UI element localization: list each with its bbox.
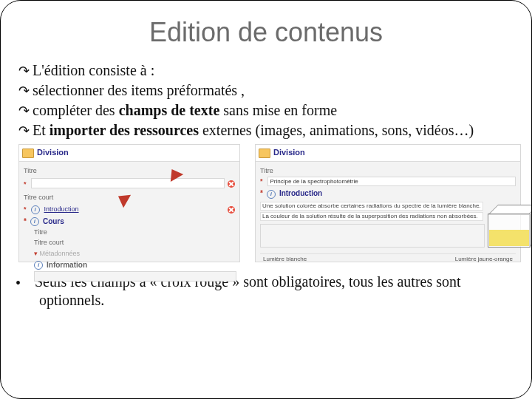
text-line-2: La couleur de la solution résulte de la … — [260, 212, 483, 221]
row-titre-r: * Principe de la spectrophotométrie — [260, 177, 516, 186]
bullet-l1-intro: ↷ L'édition consiste à : — [18, 61, 514, 80]
caption-row: Lumière blanche Lumière jaune-orange — [260, 253, 516, 265]
required-star-icon: * — [24, 180, 27, 188]
field-titre-r[interactable]: Principe de la spectrophotométrie — [267, 177, 516, 186]
section-cours: * i Cours — [24, 217, 235, 227]
swirl-bullet-icon: ↷ — [18, 63, 30, 80]
red-cross-icon — [228, 180, 235, 188]
figure-row: e u pas Division Titre * Titre court — [18, 144, 514, 262]
panel-header-left-label: Division — [37, 148, 69, 158]
text-frag: sans mise en forme — [219, 102, 337, 118]
sub-titrecourt: Titre court — [34, 239, 235, 247]
info-icon: i — [31, 205, 40, 214]
bullet-l2-c: ↷ Et importer des ressources externes (i… — [18, 121, 514, 140]
text-frag: externes (images, animations, sons, vidé… — [199, 122, 474, 138]
text-line-1: Une solution colorée absorbe certaines r… — [260, 202, 483, 211]
required-star-icon: * — [24, 205, 27, 214]
text-frag: compléter des — [33, 102, 119, 118]
slide-title: Edition de contenus — [18, 17, 514, 48]
info-icon: i — [34, 261, 43, 270]
figure-left-panel: Division Titre * Titre court * i Introdu… — [18, 144, 240, 262]
slide-body: ↷ L'édition consiste à : ↷ sélectionner … — [18, 61, 514, 310]
field-titre[interactable] — [31, 178, 225, 188]
section-info: i Information — [34, 261, 235, 270]
cube-icon — [488, 205, 532, 249]
sub-titre: Titre — [34, 228, 235, 236]
panel-header-left: Division — [19, 145, 239, 162]
caption-left: Lumière blanche — [263, 256, 307, 263]
required-star-icon: * — [24, 217, 27, 227]
cours-sub: Titre Titre court ▾ Métadonnées i Inform… — [34, 228, 235, 282]
field-empty[interactable] — [260, 224, 485, 248]
link-introduction[interactable]: Introduction — [44, 205, 79, 214]
section-intro-r-label: Introduction — [279, 189, 322, 199]
caption-right: Lumière jaune-orange — [455, 256, 513, 263]
slide-frame: Edition de contenus ↷ L'édition consiste… — [0, 0, 532, 399]
sub-meta: ▾ Métadonnées — [34, 250, 235, 258]
swirl-bullet-icon: ↷ — [18, 123, 30, 140]
section-cours-label: Cours — [43, 217, 64, 227]
swirl-bullet-icon: ↷ — [18, 83, 30, 100]
section-intro-r: * i Introduction — [260, 189, 516, 199]
swirl-bullet-icon: ↷ — [18, 103, 30, 120]
folder-icon — [22, 149, 34, 158]
panel-body-right: Titre * Principe de la spectrophotométri… — [256, 162, 520, 267]
red-cross-icon — [228, 206, 235, 214]
info-icon: i — [267, 190, 276, 199]
section-info-label: Information — [47, 261, 87, 270]
right-text-block: Une solution colorée absorbe certaines r… — [260, 200, 483, 250]
panel-body-left: Titre * Titre court * i Introduction — [19, 162, 239, 287]
required-star-icon: * — [260, 177, 263, 185]
label-titre: Titre — [24, 167, 235, 175]
required-star-icon: * — [260, 189, 263, 199]
panel-header-right: Division — [256, 145, 520, 162]
field-info[interactable] — [34, 271, 236, 282]
bullet-l2-b: ↷ compléter des champs de texte sans mis… — [18, 101, 514, 120]
row-intro-link: * i Introduction — [24, 205, 235, 214]
row-titre: * — [24, 177, 235, 191]
figure-right-panel: Division Titre * Principe de la spectrop… — [255, 144, 521, 262]
bullet-l1-intro-text: L'édition consiste à : — [33, 61, 154, 80]
bullet-l2-a-text: sélectionner des items préformatés , — [33, 81, 245, 100]
text-strong: champs de texte — [119, 102, 220, 118]
info-icon: i — [30, 217, 39, 226]
folder-icon — [259, 149, 270, 158]
cube-illustration — [488, 200, 532, 250]
bullet-l2-c-text: Et importer des ressources externes (ima… — [33, 121, 474, 140]
bullet-l2-b-text: compléter des champs de texte sans mise … — [33, 101, 337, 120]
panel-header-right-label: Division — [273, 148, 305, 158]
text-frag: Et — [33, 122, 50, 138]
text-strong: importer des ressources — [50, 122, 199, 138]
label-titre-r: Titre — [260, 167, 516, 175]
right-content: Une solution colorée absorbe certaines r… — [260, 200, 516, 250]
bullet-l2-a: ↷ sélectionner des items préformatés , — [18, 81, 514, 100]
sub-meta-text: Métadonnées — [40, 250, 81, 257]
